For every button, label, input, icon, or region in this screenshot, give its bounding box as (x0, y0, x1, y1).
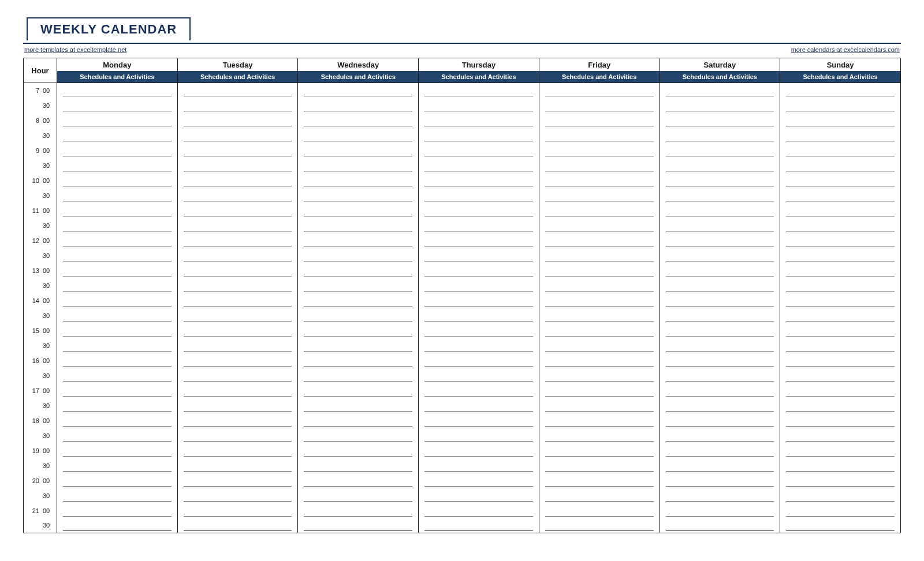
schedule-slot[interactable] (780, 218, 901, 233)
schedule-slot[interactable] (177, 518, 298, 533)
schedule-slot[interactable] (660, 473, 780, 488)
schedule-slot[interactable] (660, 443, 780, 458)
schedule-slot[interactable] (177, 263, 298, 278)
schedule-slot[interactable] (419, 218, 539, 233)
schedule-slot[interactable] (780, 413, 901, 428)
schedule-slot[interactable] (57, 308, 178, 323)
schedule-slot[interactable] (177, 308, 298, 323)
schedule-slot[interactable] (57, 398, 178, 413)
schedule-slot[interactable] (57, 518, 178, 533)
schedule-slot[interactable] (298, 158, 419, 173)
schedule-slot[interactable] (177, 443, 298, 458)
schedule-slot[interactable] (298, 353, 419, 368)
schedule-slot[interactable] (780, 278, 901, 293)
schedule-slot[interactable] (539, 518, 660, 533)
schedule-slot[interactable] (539, 368, 660, 383)
schedule-slot[interactable] (780, 248, 901, 263)
schedule-slot[interactable] (298, 338, 419, 353)
schedule-slot[interactable] (57, 413, 178, 428)
schedule-slot[interactable] (660, 83, 780, 98)
schedule-slot[interactable] (177, 323, 298, 338)
schedule-slot[interactable] (539, 143, 660, 158)
schedule-slot[interactable] (419, 398, 539, 413)
schedule-slot[interactable] (780, 383, 901, 398)
schedule-slot[interactable] (780, 128, 901, 143)
schedule-slot[interactable] (57, 368, 178, 383)
schedule-slot[interactable] (57, 233, 178, 248)
schedule-slot[interactable] (57, 98, 178, 113)
schedule-slot[interactable] (419, 323, 539, 338)
schedule-slot[interactable] (780, 143, 901, 158)
schedule-slot[interactable] (419, 248, 539, 263)
schedule-slot[interactable] (57, 173, 178, 188)
schedule-slot[interactable] (660, 383, 780, 398)
schedule-slot[interactable] (177, 383, 298, 398)
schedule-slot[interactable] (298, 263, 419, 278)
schedule-slot[interactable] (780, 458, 901, 473)
schedule-slot[interactable] (57, 323, 178, 338)
schedule-slot[interactable] (57, 278, 178, 293)
schedule-slot[interactable] (539, 248, 660, 263)
schedule-slot[interactable] (57, 188, 178, 203)
schedule-slot[interactable] (539, 173, 660, 188)
schedule-slot[interactable] (57, 383, 178, 398)
schedule-slot[interactable] (780, 233, 901, 248)
schedule-slot[interactable] (539, 233, 660, 248)
schedule-slot[interactable] (660, 323, 780, 338)
schedule-slot[interactable] (419, 278, 539, 293)
schedule-slot[interactable] (539, 398, 660, 413)
schedule-slot[interactable] (177, 218, 298, 233)
schedule-slot[interactable] (298, 383, 419, 398)
schedule-slot[interactable] (177, 293, 298, 308)
schedule-slot[interactable] (419, 173, 539, 188)
schedule-slot[interactable] (298, 128, 419, 143)
schedule-slot[interactable] (539, 128, 660, 143)
schedule-slot[interactable] (539, 83, 660, 98)
schedule-slot[interactable] (57, 443, 178, 458)
schedule-slot[interactable] (539, 218, 660, 233)
schedule-slot[interactable] (780, 368, 901, 383)
schedule-slot[interactable] (780, 518, 901, 533)
schedule-slot[interactable] (298, 188, 419, 203)
schedule-slot[interactable] (780, 308, 901, 323)
schedule-slot[interactable] (780, 113, 901, 128)
schedule-slot[interactable] (177, 398, 298, 413)
schedule-slot[interactable] (539, 458, 660, 473)
schedule-slot[interactable] (539, 323, 660, 338)
schedule-slot[interactable] (660, 503, 780, 518)
schedule-slot[interactable] (419, 98, 539, 113)
schedule-slot[interactable] (780, 398, 901, 413)
schedule-slot[interactable] (660, 413, 780, 428)
schedule-slot[interactable] (298, 488, 419, 503)
schedule-slot[interactable] (539, 203, 660, 218)
schedule-slot[interactable] (419, 443, 539, 458)
schedule-slot[interactable] (419, 338, 539, 353)
schedule-slot[interactable] (298, 218, 419, 233)
schedule-slot[interactable] (177, 248, 298, 263)
schedule-slot[interactable] (539, 293, 660, 308)
schedule-slot[interactable] (660, 368, 780, 383)
schedule-slot[interactable] (57, 428, 178, 443)
schedule-slot[interactable] (57, 248, 178, 263)
schedule-slot[interactable] (539, 188, 660, 203)
schedule-slot[interactable] (539, 113, 660, 128)
schedule-slot[interactable] (660, 353, 780, 368)
schedule-slot[interactable] (177, 83, 298, 98)
schedule-slot[interactable] (298, 293, 419, 308)
schedule-slot[interactable] (298, 368, 419, 383)
schedule-slot[interactable] (539, 488, 660, 503)
schedule-slot[interactable] (780, 203, 901, 218)
schedule-slot[interactable] (177, 278, 298, 293)
schedule-slot[interactable] (419, 233, 539, 248)
schedule-slot[interactable] (660, 278, 780, 293)
schedule-slot[interactable] (780, 323, 901, 338)
schedule-slot[interactable] (660, 98, 780, 113)
schedule-slot[interactable] (177, 158, 298, 173)
schedule-slot[interactable] (177, 173, 298, 188)
schedule-slot[interactable] (57, 458, 178, 473)
schedule-slot[interactable] (177, 428, 298, 443)
schedule-slot[interactable] (298, 458, 419, 473)
schedule-slot[interactable] (419, 368, 539, 383)
schedule-slot[interactable] (177, 203, 298, 218)
schedule-slot[interactable] (660, 398, 780, 413)
